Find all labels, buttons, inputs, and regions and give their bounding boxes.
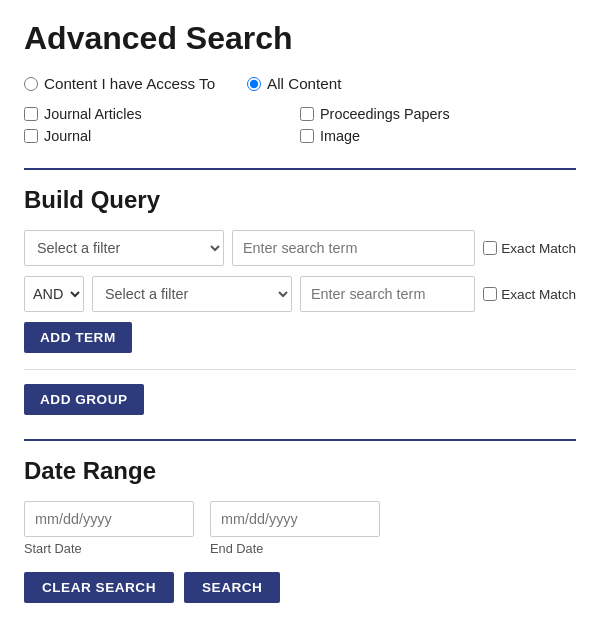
end-date-label: End Date xyxy=(210,541,380,556)
image-label: Image xyxy=(320,128,360,144)
start-date-wrap: Start Date xyxy=(24,501,194,556)
search-input-2[interactable] xyxy=(300,276,475,312)
exact-match-checkbox-1[interactable] xyxy=(483,241,497,255)
exact-match-checkbox-2[interactable] xyxy=(483,287,497,301)
filter-select-1[interactable]: Select a filter xyxy=(24,230,224,266)
start-date-label: Start Date xyxy=(24,541,194,556)
search-input-1[interactable] xyxy=(232,230,475,266)
add-group-button[interactable]: ADD GROUP xyxy=(24,384,144,415)
journal-articles-label: Journal Articles xyxy=(44,106,142,122)
date-range-title: Date Range xyxy=(24,457,576,485)
proceedings-papers-checkbox[interactable] xyxy=(300,107,314,121)
journal-checkbox-label[interactable]: Journal xyxy=(24,128,300,144)
all-content-radio[interactable] xyxy=(247,77,261,91)
image-checkbox[interactable] xyxy=(300,129,314,143)
content-access-radio[interactable] xyxy=(24,77,38,91)
bool-operator-select[interactable]: AND OR NOT xyxy=(24,276,84,312)
build-query-title: Build Query xyxy=(24,186,576,214)
build-query-section: Build Query Select a filter Exact Match … xyxy=(24,168,576,439)
exact-match-text-2: Exact Match xyxy=(501,287,576,302)
add-term-button[interactable]: ADD TERM xyxy=(24,322,132,353)
clear-search-button[interactable]: CLEAR SEARCH xyxy=(24,572,174,603)
content-access-label: Content I have Access To xyxy=(44,75,215,92)
query-row-1: Select a filter Exact Match xyxy=(24,230,576,266)
date-inputs-group: Start Date End Date xyxy=(24,501,576,556)
page-title: Advanced Search xyxy=(24,20,576,57)
end-date-wrap: End Date xyxy=(210,501,380,556)
content-access-radio-label[interactable]: Content I have Access To xyxy=(24,75,215,92)
journal-label: Journal xyxy=(44,128,91,144)
query-divider xyxy=(24,369,576,370)
filter-select-2[interactable]: Select a filter xyxy=(92,276,292,312)
query-row-2: AND OR NOT Select a filter Exact Match xyxy=(24,276,576,312)
start-date-input[interactable] xyxy=(24,501,194,537)
exact-match-label-2[interactable]: Exact Match xyxy=(483,287,576,302)
date-range-section: Date Range Start Date End Date CLEAR SEA… xyxy=(24,439,576,603)
search-actions: CLEAR SEARCH SEARCH xyxy=(24,572,576,603)
journal-articles-checkbox-label[interactable]: Journal Articles xyxy=(24,106,300,122)
content-filter-group: Content I have Access To All Content xyxy=(24,75,576,92)
journal-articles-checkbox[interactable] xyxy=(24,107,38,121)
proceedings-papers-label: Proceedings Papers xyxy=(320,106,450,122)
search-button[interactable]: SEARCH xyxy=(184,572,280,603)
exact-match-text-1: Exact Match xyxy=(501,241,576,256)
journal-checkbox[interactable] xyxy=(24,129,38,143)
exact-match-label-1[interactable]: Exact Match xyxy=(483,241,576,256)
end-date-input[interactable] xyxy=(210,501,380,537)
image-checkbox-label[interactable]: Image xyxy=(300,128,576,144)
proceedings-papers-checkbox-label[interactable]: Proceedings Papers xyxy=(300,106,576,122)
all-content-label: All Content xyxy=(267,75,341,92)
content-type-group: Journal Articles Proceedings Papers Jour… xyxy=(24,106,576,144)
all-content-radio-label[interactable]: All Content xyxy=(247,75,341,92)
